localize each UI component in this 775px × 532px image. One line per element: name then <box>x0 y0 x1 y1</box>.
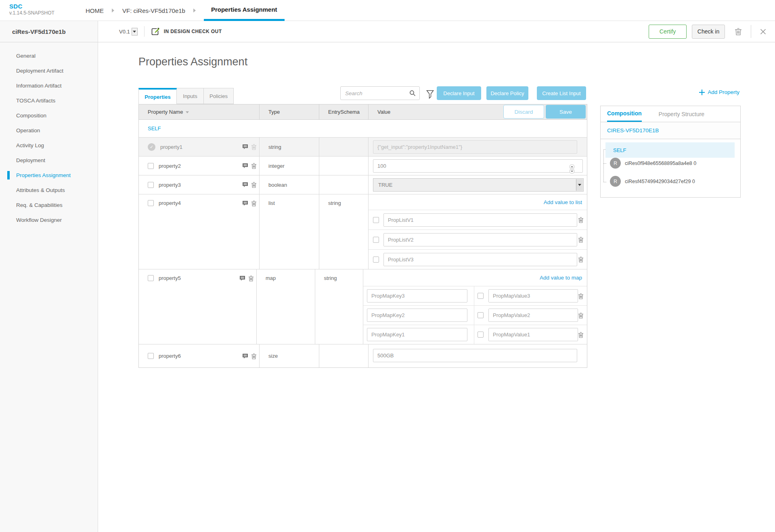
sidebar-item-information-artifact[interactable]: Information Artifact <box>0 78 98 93</box>
property5-value-cell: Add value to map <box>363 269 587 344</box>
map-key-input[interactable] <box>367 328 467 341</box>
property3-schema-cell <box>319 175 368 194</box>
declare-input-button[interactable]: Declare Input <box>437 86 481 100</box>
add-value-to-list-link[interactable]: Add value to list <box>544 199 582 205</box>
tab-policies[interactable]: Policies <box>204 88 234 104</box>
tree-item-self[interactable]: SELF <box>605 142 735 158</box>
declare-policy-button[interactable]: Declare Policy <box>486 86 528 100</box>
sidebar-item-properties-assignment[interactable]: Properties Assignment <box>0 168 98 183</box>
trash-icon[interactable] <box>578 236 584 243</box>
map-key-input[interactable] <box>367 289 467 303</box>
property6-name-cell: property6 <box>139 344 259 367</box>
list-value-input[interactable] <box>383 233 577 246</box>
composition-component-title[interactable]: CIRES-VF5D170E1B <box>601 122 740 139</box>
version-dropdown-icon[interactable] <box>132 28 138 35</box>
table-row-property6: property6 size <box>139 344 587 367</box>
column-header-type[interactable]: Type <box>259 104 319 119</box>
trash-icon[interactable] <box>251 182 257 188</box>
property1-name-cell: ✓ property1 <box>139 138 259 156</box>
group-row-self[interactable]: SELF <box>139 120 587 138</box>
comment-icon[interactable] <box>242 353 248 359</box>
property5-schema-cell: string <box>315 269 363 344</box>
list-value-checkbox[interactable] <box>373 237 379 243</box>
row-checkbox[interactable] <box>148 163 154 169</box>
property3-value-select[interactable]: TRUE <box>373 178 584 192</box>
property4-name-cell: property4 <box>139 194 259 269</box>
left-sidebar: ciRes-VF5d170e1b General Deployment Arti… <box>0 21 98 532</box>
divider <box>474 286 474 305</box>
map-value-checkbox[interactable] <box>478 332 484 338</box>
trash-icon[interactable] <box>578 312 584 319</box>
search-icon[interactable] <box>409 90 416 96</box>
plus-icon <box>699 90 705 95</box>
tree-item-instance[interactable]: R ciResf457499429034d27ef29 0 <box>610 176 695 187</box>
column-header-property-name[interactable]: Property Name <box>139 104 259 119</box>
breadcrumb-properties-assignment[interactable]: Properties Assignment <box>204 0 285 21</box>
map-value-input[interactable] <box>488 289 578 303</box>
tab-properties[interactable]: Properties <box>138 88 177 104</box>
comment-icon[interactable] <box>242 163 248 169</box>
sidebar-item-activity-log[interactable]: Activity Log <box>0 138 98 153</box>
trash-icon[interactable] <box>578 256 584 263</box>
version-selector[interactable]: V0.1 <box>119 28 138 35</box>
certify-button[interactable]: Certify <box>649 25 687 39</box>
delete-component-button[interactable] <box>733 26 744 37</box>
number-spinner-icon[interactable] <box>570 165 574 173</box>
app-logo[interactable]: SDC v.1.14.5-SNAPSHOT <box>9 3 54 16</box>
sidebar-item-workflow-designer[interactable]: Workflow Designer <box>0 213 98 227</box>
property-name-label: property1 <box>160 144 182 150</box>
comment-icon[interactable] <box>242 182 248 188</box>
map-entry-row <box>363 325 587 344</box>
tree-item-instance[interactable]: R ciRes0f948e65568895a8a4e8 0 <box>610 158 696 169</box>
row-checkbox[interactable] <box>148 200 154 206</box>
map-value-checkbox[interactable] <box>478 312 484 318</box>
property2-value-input[interactable] <box>373 159 583 173</box>
trash-icon[interactable] <box>251 200 257 207</box>
discard-button[interactable]: Discard <box>503 105 544 119</box>
sidebar-item-deployment-artifact[interactable]: Deployment Artifact <box>0 63 98 78</box>
save-button[interactable]: Save <box>546 105 586 119</box>
trash-icon[interactable] <box>578 217 584 223</box>
sidebar-item-attributes-outputs[interactable]: Attributes & Outputs <box>0 183 98 198</box>
list-value-checkbox[interactable] <box>373 217 379 223</box>
list-value-input[interactable] <box>383 213 577 227</box>
sidebar-item-composition[interactable]: Composition <box>0 108 98 123</box>
search-input[interactable] <box>345 90 409 96</box>
row-checkbox[interactable] <box>148 182 154 188</box>
sidebar-item-general[interactable]: General <box>0 48 98 63</box>
map-value-checkbox[interactable] <box>478 293 484 299</box>
comment-icon[interactable] <box>239 275 245 281</box>
tab-property-structure[interactable]: Property Structure <box>659 106 705 122</box>
close-icon[interactable] <box>758 27 768 36</box>
divider <box>751 25 751 38</box>
trash-icon[interactable] <box>251 163 257 169</box>
sidebar-item-req-capabilities[interactable]: Req. & Capabilities <box>0 198 98 213</box>
sidebar-item-deployment[interactable]: Deployment <box>0 153 98 168</box>
map-value-input[interactable] <box>488 309 578 322</box>
map-key-input[interactable] <box>367 309 467 322</box>
list-value-input[interactable] <box>383 253 577 266</box>
row-checkbox[interactable] <box>148 353 154 359</box>
sidebar-item-operation[interactable]: Operation <box>0 123 98 138</box>
sidebar-item-tosca-artifacts[interactable]: TOSCA Artifacts <box>0 93 98 108</box>
row-checkbox[interactable] <box>148 275 154 281</box>
property6-value-input[interactable] <box>373 349 577 362</box>
breadcrumb-home[interactable]: HOME <box>86 7 104 14</box>
trash-icon[interactable] <box>578 332 584 338</box>
comment-icon[interactable] <box>242 144 248 150</box>
map-value-input[interactable] <box>488 328 578 341</box>
check-in-button[interactable]: Check in <box>692 25 725 39</box>
filter-icon[interactable] <box>424 88 436 101</box>
list-value-checkbox[interactable] <box>373 257 379 263</box>
trash-icon[interactable] <box>578 293 584 299</box>
column-header-entry-schema[interactable]: EntrySchema <box>319 104 368 119</box>
trash-icon[interactable] <box>251 353 257 359</box>
trash-icon[interactable] <box>248 275 254 282</box>
add-property-button[interactable]: Add Property <box>699 89 739 95</box>
add-value-to-map-link[interactable]: Add value to map <box>540 275 582 281</box>
breadcrumb-vf[interactable]: VF: ciRes-VF5d170e1b <box>122 7 185 14</box>
tab-inputs[interactable]: Inputs <box>177 88 204 104</box>
tab-composition[interactable]: Composition <box>607 106 642 122</box>
comment-icon[interactable] <box>242 200 248 206</box>
create-list-input-button[interactable]: Create List Input <box>537 86 586 100</box>
